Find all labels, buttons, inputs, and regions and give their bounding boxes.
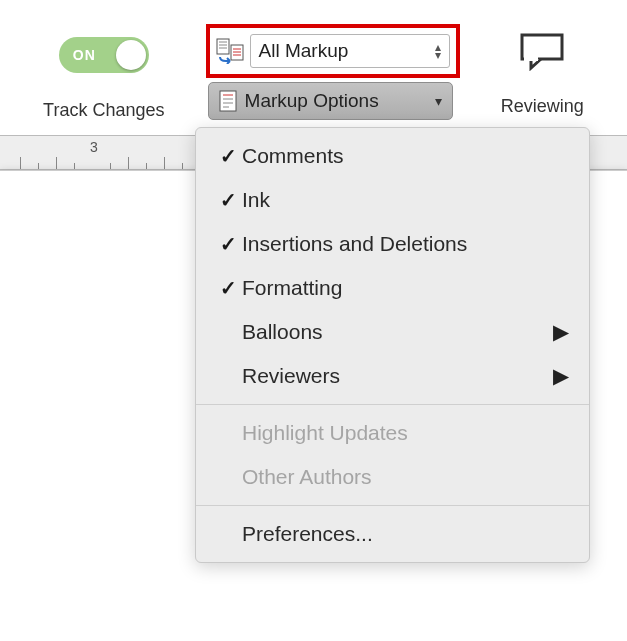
markup-group: All Markup ▴▾ Markup Options ▾ <box>206 24 460 120</box>
highlight-box: All Markup ▴▾ <box>206 24 460 78</box>
menu-item-comments[interactable]: ✓ Comments <box>196 134 589 178</box>
track-changes-group: ON Track Changes <box>18 20 190 121</box>
submenu-arrow-icon: ▶ <box>553 364 569 388</box>
markup-options-menu: ✓ Comments ✓ Ink ✓ Insertions and Deleti… <box>195 127 590 563</box>
ruler-tick <box>38 163 39 169</box>
ruler-tick <box>164 157 165 169</box>
markup-options-icon <box>219 90 237 112</box>
svg-rect-13 <box>522 35 562 59</box>
svg-rect-0 <box>217 39 229 54</box>
toggle-on-label: ON <box>73 47 96 63</box>
check-icon: ✓ <box>214 232 242 256</box>
menu-item-ink[interactable]: ✓ Ink <box>196 178 589 222</box>
menu-item-reviewers[interactable]: Reviewers ▶ <box>196 354 589 398</box>
ruler-tick <box>110 163 111 169</box>
ruler-tick <box>128 157 129 169</box>
ribbon: ON Track Changes <box>0 0 627 135</box>
display-for-review-value: All Markup <box>259 40 435 62</box>
ruler-tick <box>74 163 75 169</box>
comment-icon <box>517 31 567 71</box>
display-for-review-icon <box>216 38 244 64</box>
markup-options-label: Markup Options <box>245 90 435 112</box>
markup-options-button[interactable]: Markup Options ▾ <box>208 82 453 120</box>
check-icon: ✓ <box>214 276 242 300</box>
reviewing-label: Reviewing <box>501 96 584 117</box>
track-changes-label: Track Changes <box>43 100 164 121</box>
track-changes-toggle-wrap: ON <box>59 30 149 80</box>
reviewing-group: Reviewing <box>476 20 609 117</box>
menu-separator <box>196 404 589 405</box>
menu-item-other-authors: Other Authors <box>196 455 589 499</box>
submenu-arrow-icon: ▶ <box>553 320 569 344</box>
svg-rect-8 <box>220 91 236 111</box>
ruler-tick <box>56 157 57 169</box>
toggle-knob <box>116 40 146 70</box>
check-icon: ✓ <box>214 188 242 212</box>
menu-separator <box>196 505 589 506</box>
dropdown-arrows-icon: ▴▾ <box>435 43 441 59</box>
check-icon: ✓ <box>214 144 242 168</box>
display-for-review-dropdown[interactable]: All Markup ▴▾ <box>250 34 450 68</box>
ruler-tick <box>146 163 147 169</box>
menu-item-insertions-deletions[interactable]: ✓ Insertions and Deletions <box>196 222 589 266</box>
menu-item-formatting[interactable]: ✓ Formatting <box>196 266 589 310</box>
chevron-down-icon: ▾ <box>435 93 442 109</box>
ruler-number: 3 <box>90 139 98 155</box>
ruler-tick <box>182 163 183 169</box>
reviewing-pane-button[interactable] <box>517 26 567 76</box>
svg-rect-14 <box>524 57 538 61</box>
track-changes-toggle[interactable]: ON <box>59 37 149 73</box>
ruler-tick <box>20 157 21 169</box>
menu-item-preferences[interactable]: Preferences... <box>196 512 589 556</box>
menu-item-balloons[interactable]: Balloons ▶ <box>196 310 589 354</box>
menu-item-highlight-updates: Highlight Updates <box>196 411 589 455</box>
